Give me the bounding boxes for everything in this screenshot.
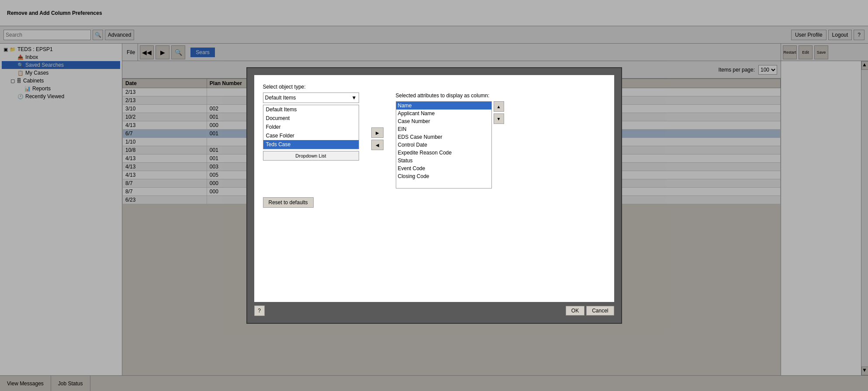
move-down-btn[interactable]: ▼ xyxy=(494,113,504,124)
ok-button[interactable]: OK xyxy=(566,306,584,316)
modal-content: Select object type: Default Items ▼ Defa… xyxy=(254,75,614,302)
attr-item-case-number[interactable]: Case Number xyxy=(396,117,491,125)
modal-action-buttons: OK Cancel xyxy=(566,306,614,316)
attr-item-closing-code[interactable]: Closing Code xyxy=(396,172,491,180)
modal-overlay: Select object type: Default Items ▼ Defa… xyxy=(0,0,868,391)
object-type-dropdown[interactable]: Default Items ▼ xyxy=(263,93,359,103)
object-type-label: Select object type: xyxy=(263,84,605,90)
modal-help-button[interactable]: ? xyxy=(254,305,265,316)
move-up-btn[interactable]: ▲ xyxy=(494,101,504,112)
up-down-buttons: ▲ ▼ xyxy=(494,101,504,124)
attribute-list: NameApplicant NameCase NumberEINEDS Case… xyxy=(396,101,492,189)
attribute-list-container: NameApplicant NameCase NumberEINEDS Case… xyxy=(396,101,605,189)
right-list-panel: Selected attributes to display as column… xyxy=(396,93,605,189)
attr-item-name[interactable]: Name xyxy=(396,102,491,110)
transfer-left-btn[interactable]: ◀ xyxy=(371,140,384,150)
attr-item-control-date[interactable]: Control Date xyxy=(396,141,491,149)
attr-item-event-code[interactable]: Event Code xyxy=(396,165,491,172)
modal-footer: ? OK Cancel xyxy=(254,305,614,316)
attr-item-eds-case-number[interactable]: EDS Case Number xyxy=(396,133,491,141)
dropdown-item-folder[interactable]: Folder xyxy=(263,123,359,131)
dropdown-list: Default Items Document Folder Case Folde… xyxy=(263,105,359,149)
dropdown-item-document[interactable]: Document xyxy=(263,114,359,123)
dropdown-container: Default Items ▼ xyxy=(263,93,359,103)
dropdown-item-case-folder[interactable]: Case Folder xyxy=(263,131,359,140)
selected-attrs-label: Selected attributes to display as column… xyxy=(396,93,605,99)
dropdown-item-teds-case[interactable]: Teds Case xyxy=(263,140,359,149)
chevron-down-icon: ▼ xyxy=(352,95,357,101)
attr-item-ein[interactable]: EIN xyxy=(396,125,491,133)
object-type-row: Default Items ▼ Default Items Document xyxy=(263,93,605,189)
cancel-button[interactable]: Cancel xyxy=(586,306,614,316)
transfer-buttons: ▶ ◀ xyxy=(368,127,387,150)
left-panel: Default Items ▼ Default Items Document xyxy=(263,93,359,161)
reset-defaults-button[interactable]: Reset to defaults xyxy=(263,197,314,208)
dropdown-label[interactable]: Dropdown List xyxy=(263,151,359,161)
attr-item-applicant-name[interactable]: Applicant Name xyxy=(396,110,491,117)
transfer-right-btn[interactable]: ▶ xyxy=(371,127,384,138)
modal-dialog: Select object type: Default Items ▼ Defa… xyxy=(246,67,622,324)
attr-item-status[interactable]: Status xyxy=(396,157,491,165)
attr-item-expedite-reason-code[interactable]: Expedite Reason Code xyxy=(396,149,491,157)
dropdown-item-default[interactable]: Default Items xyxy=(263,105,359,114)
